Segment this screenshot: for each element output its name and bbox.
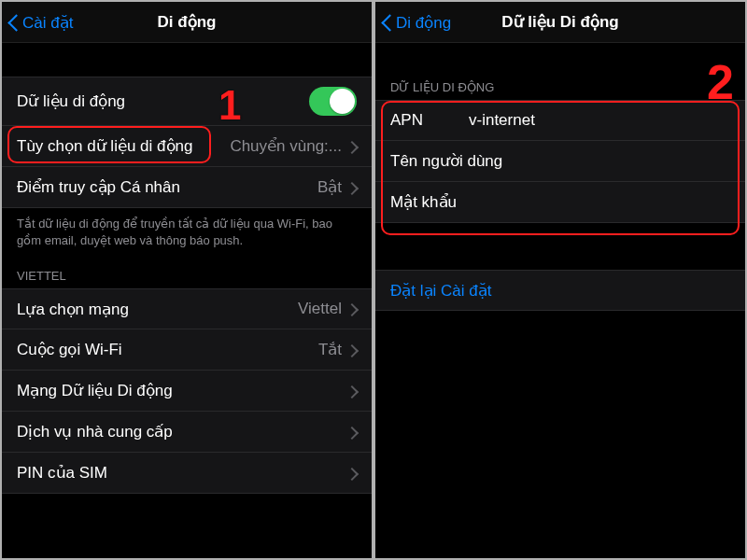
row-reset-settings[interactable]: Đặt lại Cài đặt [375,270,745,311]
chevron-right-icon [349,302,357,315]
chevron-right-icon [349,181,357,194]
label-mobile-data: Dữ liệu di động [17,91,125,111]
navbar-right: Di động Dữ liệu Di động [375,2,745,43]
footer-note: Tắt dữ liệu di động để truyền tất cả dữ … [2,208,372,252]
annotation-number-2: 2 [707,54,734,110]
page-title: Dữ liệu Di động [501,12,618,32]
label-data-network: Mạng Dữ liệu Di động [17,381,173,400]
chevron-right-icon [349,140,357,153]
right-panel: Di động Dữ liệu Di động DỮ LIỆU DI ĐỘNG … [374,0,747,560]
label-carrier-services: Dịch vụ nhà cung cấp [17,422,173,441]
row-personal-hotspot[interactable]: Điểm truy cập Cá nhân Bật [2,167,372,208]
row-wifi-calling[interactable]: Cuộc gọi Wi-Fi Tắt [2,329,372,371]
navbar-left: Cài đặt Di động [2,2,372,43]
chevron-back-icon [381,13,392,32]
section-carrier: VIETTEL [2,252,372,288]
page-title: Di động [158,12,217,32]
value-options: Chuyển vùng:... [192,136,349,156]
back-button[interactable]: Cài đặt [7,2,73,43]
spacer [2,43,372,77]
spacer [375,223,745,270]
label-apn: APN [390,111,446,130]
annotation-number-1: 1 [218,82,241,129]
section-mobile-data: DỮ LIỆU DI ĐỘNG [375,43,745,100]
row-password[interactable]: Mật khẩu [375,182,745,223]
row-network-selection[interactable]: Lựa chọn mạng Viettel [2,288,372,329]
label-password: Mật khẩu [390,192,457,212]
label-sim-pin: PIN của SIM [17,463,107,483]
label-hotspot: Điểm truy cập Cá nhân [17,177,180,197]
chevron-right-icon [349,343,357,357]
left-panel: Cài đặt Di động Dữ liệu di động Tùy chọn… [0,0,374,560]
label-options: Tùy chọn dữ liệu di động [17,136,192,156]
row-apn[interactable]: APN v-internet [375,100,745,141]
chevron-right-icon [349,467,357,480]
value-network-select: Viettel [129,300,349,318]
back-label: Cài đặt [22,13,73,33]
row-mobile-data[interactable]: Dữ liệu di động [2,77,372,126]
back-label: Di động [396,13,451,33]
chevron-right-icon [349,385,357,398]
value-apn[interactable]: v-internet [446,111,730,130]
label-username: Tên người dùng [390,151,502,171]
row-username[interactable]: Tên người dùng [375,141,745,182]
mobile-data-toggle[interactable] [309,87,357,116]
row-carrier-services[interactable]: Dịch vụ nhà cung cấp [2,412,372,453]
label-wifi-calling: Cuộc gọi Wi-Fi [17,340,122,359]
value-wifi-calling: Tắt [122,340,349,359]
row-mobile-data-options[interactable]: Tùy chọn dữ liệu di động Chuyển vùng:... [2,126,372,167]
chevron-right-icon [349,426,357,439]
reset-settings-link[interactable]: Đặt lại Cài đặt [390,281,491,301]
back-button[interactable]: Di động [381,2,451,43]
label-network-select: Lựa chọn mạng [17,300,129,319]
value-hotspot: Bật [180,177,349,197]
row-mobile-data-network[interactable]: Mạng Dữ liệu Di động [2,371,372,412]
row-sim-pin[interactable]: PIN của SIM [2,453,372,494]
chevron-back-icon [7,13,19,32]
